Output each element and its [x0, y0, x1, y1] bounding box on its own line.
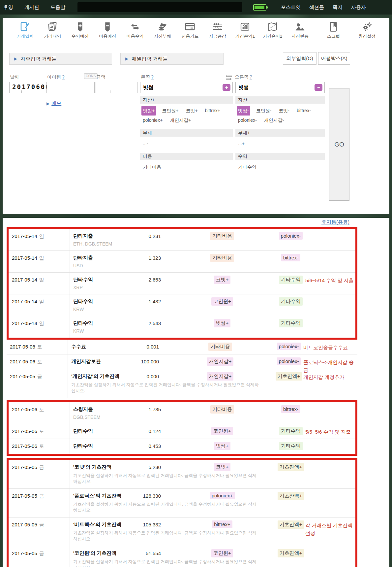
item-label: 아이템?: [47, 74, 65, 80]
left-account-badge: 코인원+: [196, 427, 249, 435]
toolbar-item-5[interactable]: 자산부채: [151, 21, 174, 43]
toolbar-item-0[interactable]: 거래입력: [13, 21, 37, 43]
transaction-row[interactable]: 2017-05-14일단타수익XRP2.653코빗+기타수익5/6~5/14 수…: [9, 273, 355, 294]
right-category-chip-0-0[interactable]: 빗썸-: [237, 106, 250, 116]
left-group-chips: 빗썸+코인원+코빗+bittrex+poloniex+개인지갑+: [140, 106, 233, 125]
transaction-date: 2017-05-14일: [9, 273, 70, 294]
transaction-row[interactable]: 2017-05-14일단타지출USD1.323기타비용bittrex-: [9, 251, 355, 273]
badge-text: poloniex-: [279, 232, 303, 240]
memo-link[interactable]: ▶메모: [46, 100, 61, 107]
toolbar: 거래입력거래내역수익예산비용예산비용수익자산부채신용카드자금증감기간손익1기간손…: [9, 21, 383, 43]
external-input-button[interactable]: 외부입력(O): [283, 52, 317, 65]
right-account-badge: poloniex-: [264, 232, 317, 240]
toolbar-item-12[interactable]: 환경설정: [355, 21, 379, 43]
transaction-day: 토: [37, 344, 42, 350]
toolbar-item-label: 신용카드: [181, 33, 198, 39]
annotation-red-box: 2017-05-05금'코빗'의 기초잔액기초잔액을 설정하기 위해서 자동으로…: [7, 458, 357, 567]
toolbar-item-6[interactable]: 신용카드: [178, 21, 202, 43]
left-category-chip-2-0[interactable]: 기타비용: [141, 162, 163, 172]
awesome-box-button[interactable]: 어썸박스(A): [318, 52, 350, 65]
item-help-link[interactable]: ?: [62, 74, 65, 80]
transaction-row[interactable]: 2017-05-06토단타수익0.453빗썸+기타수익: [9, 439, 355, 454]
right-remove-button[interactable]: −: [315, 84, 322, 91]
transaction-day: 일: [39, 299, 44, 304]
toolbar-item-4[interactable]: 비용수익: [123, 21, 147, 43]
transaction-row[interactable]: 2017-05-06토개인지갑보관100.000개인지갑+poloniex-폴로…: [7, 354, 357, 369]
toolbar-item-10[interactable]: 자산변동: [288, 21, 312, 43]
date-label: 날짜: [10, 74, 19, 80]
right-account-badge: 기타수익: [264, 319, 317, 327]
left-account-badge: 기타비용: [196, 254, 249, 262]
top-nav-right-item-3[interactable]: 사용자: [351, 4, 366, 11]
item-input[interactable]: [46, 82, 95, 93]
transaction-row[interactable]: 2017-05-05금'코인원'의 기초잔액기초잔액을 설정하기 위해서 자동으…: [9, 546, 355, 567]
top-nav-right-item-1[interactable]: 섹션들: [309, 4, 324, 11]
amount-input[interactable]: [96, 82, 137, 93]
left-category-chip-1-0[interactable]: ...-: [141, 139, 149, 149]
left-add-button[interactable]: +: [223, 84, 230, 91]
right-account-select[interactable]: 빗썸 −: [235, 82, 325, 93]
right-account-badge: 기타수익: [264, 297, 317, 306]
top-nav-item-1[interactable]: 게시판: [24, 4, 39, 11]
transaction-row[interactable]: 2017-05-05금'코빗'의 기초잔액기초잔액을 설정하기 위해서 자동으로…: [9, 460, 355, 489]
go-button[interactable]: GO: [329, 88, 349, 201]
transaction-row[interactable]: 2017-05-06토단타수익0.124코인원+기타수익5/5~5/6 수익 및…: [9, 424, 355, 439]
badge-text: bittrex+: [212, 520, 232, 528]
right-help-link[interactable]: ?: [250, 74, 252, 80]
toolbar-item-2[interactable]: 수익예산: [68, 21, 92, 43]
toolbar-item-label: 거래내역: [44, 33, 61, 39]
toolbar-item-8[interactable]: 기간손익1: [233, 21, 257, 43]
transaction-row[interactable]: 2017-05-14일단타지출ETH, DGB,STEEM0.231기타비용po…: [9, 229, 355, 251]
battery-icon: [253, 4, 266, 11]
left-category-chip-0-4[interactable]: poloniex+: [141, 116, 164, 125]
toolbar-item-11[interactable]: 스크랩: [321, 21, 345, 43]
transaction-row[interactable]: 2017-05-05금'비트랙스'의 기초잔액기초잔액을 설정하기 위해서 자동…: [9, 517, 355, 546]
left-category-chip-0-0[interactable]: 빗썸+: [141, 106, 156, 116]
toolbar-item-1[interactable]: 거래내역: [41, 21, 64, 43]
top-nav-item-2[interactable]: 도움말: [50, 4, 65, 11]
transaction-subtitle: USD: [73, 263, 259, 268]
trash-link[interactable]: 휴지통(유료): [321, 219, 349, 225]
left-help-link[interactable]: ?: [151, 74, 154, 80]
badge-text: 코인원+: [211, 549, 233, 557]
right-category-selector: 자산-빗썸-코인원-코빗-bittrex-poloniex-개인지갑-부채+..…: [235, 96, 325, 176]
left-category-chip-0-5[interactable]: 개인지갑+: [168, 116, 192, 125]
left-account-select[interactable]: 빗썸 +: [140, 82, 233, 93]
toolbar-item-9[interactable]: 기간손익2: [261, 21, 285, 43]
date-input[interactable]: 20170606: [9, 82, 43, 93]
monthly-transactions-panel[interactable]: ▶ 매월입력 거래들: [120, 53, 224, 65]
frequent-transactions-panel[interactable]: ▶ 자주입력 거래들: [9, 53, 112, 65]
transaction-row[interactable]: 2017-05-05금'폴로닉스'의 기초잔액기초잔액을 설정하기 위해서 자동…: [9, 489, 355, 517]
left-category-chip-0-3[interactable]: bittrex+: [204, 106, 222, 116]
right-category-chip-0-5[interactable]: 개인지갑-: [263, 116, 286, 125]
swap-sides-icon[interactable]: [226, 75, 232, 80]
left-category-chip-0-1[interactable]: 코인원+: [161, 106, 180, 116]
transaction-amount: 0.000: [115, 374, 159, 379]
right-category-chip-0-2[interactable]: 코빗-: [277, 106, 291, 116]
right-category-chip-0-4[interactable]: poloniex-: [237, 116, 258, 125]
transaction-list: 휴지통(유료) 2017-05-14일단타지출ETH, DGB,STEEM0.2…: [3, 218, 389, 567]
left-group-header: 비용: [140, 153, 233, 160]
top-nav-left: 후잉게시판도움말: [0, 4, 65, 11]
left-account-badge: bittrex+: [196, 520, 249, 528]
toolbar-item-7[interactable]: 자금증감: [206, 21, 229, 43]
right-category-chip-1-0[interactable]: ...+: [237, 139, 246, 149]
top-nav-right-item-2[interactable]: 쪽지: [333, 4, 343, 11]
auto-entry-note: 기초잔액을 설정하기 위해서 자동으로 입력된 거래입니다. 금액을 수정하시거…: [73, 473, 259, 484]
left-account-badge: 기타비용: [194, 343, 247, 351]
left-side-label: 왼쪽?: [141, 74, 154, 80]
toolbar-item-3[interactable]: 비용예산: [96, 21, 119, 43]
transaction-row[interactable]: 2017-05-05금'개인지갑'의 기초잔액기초잔액을 설정하기 위해서 자동…: [7, 369, 357, 398]
top-nav-right-item-0[interactable]: 포스트잇: [281, 4, 301, 11]
transaction-row[interactable]: 2017-05-14일단타수익KRW1.432코인원+기타수익: [9, 294, 355, 316]
transaction-row[interactable]: 2017-05-06토수수료0.001기타비용poloniex-비트코인송금수수…: [7, 340, 357, 354]
right-category-chip-0-1[interactable]: 코인원-: [255, 106, 273, 116]
transaction-row[interactable]: 2017-05-06토스윙지출DGB,STEEM1.735기타비용bittrex…: [9, 402, 355, 424]
left-category-chip-0-2[interactable]: 코빗+: [184, 106, 199, 116]
top-nav-item-0[interactable]: 후잉: [3, 4, 13, 11]
right-category-chip-0-3[interactable]: bittrex-: [295, 106, 312, 116]
left-group-chips: 기타비용: [140, 162, 233, 172]
transaction-date: 2017-05-06토: [9, 402, 70, 424]
transaction-row[interactable]: 2017-05-14일단타수익KRW2.543빗썸+기타수익: [9, 316, 355, 338]
right-category-chip-2-0[interactable]: 기타수익: [237, 162, 258, 172]
